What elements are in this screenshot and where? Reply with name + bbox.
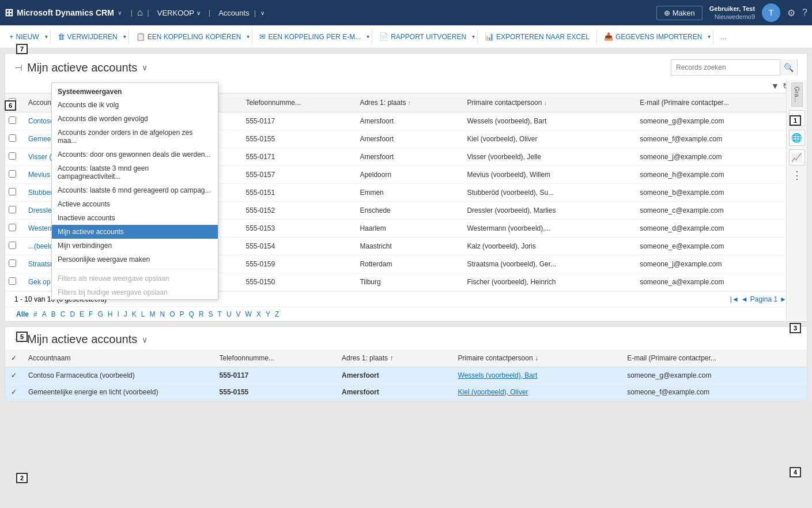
row-checkbox[interactable] <box>9 277 16 285</box>
nav-accounts[interactable]: Accounts | ∨ <box>215 9 268 17</box>
dropdown-item-0[interactable]: Accounts die ik volg <box>52 98 218 112</box>
dropdown-item-4[interactable]: Accounts: laatste 3 mnd geen campagneact… <box>52 161 218 183</box>
trend-icon[interactable]: 📈 <box>789 149 805 165</box>
lower-col-name[interactable]: Accountnaam <box>22 349 214 367</box>
lower-row-name[interactable]: Contoso Farmaceutica (voorbeeld) <box>22 367 214 384</box>
alpha-nav-item-n[interactable]: N <box>158 310 167 319</box>
alpha-nav-item-u[interactable]: U <box>225 310 233 319</box>
lower-col-email[interactable]: E-mail (Primaire contactper... <box>621 349 807 367</box>
dropdown-item-10[interactable]: Persoonlijke weergave maken <box>52 253 218 266</box>
search-button[interactable]: 🔍 <box>780 59 797 76</box>
alpha-nav-item-x[interactable]: X <box>255 310 263 319</box>
lower-row-contact[interactable]: Wessels (voorbeeld), Bart <box>452 367 622 384</box>
alpha-nav-item-s[interactable]: S <box>207 310 215 319</box>
col-header-city[interactable]: Adres 1: plaats ↑ <box>354 93 461 112</box>
row-checkbox[interactable] <box>9 259 16 267</box>
copy-link-dropdown[interactable]: ▾ <box>247 33 250 40</box>
dropdown-item-1[interactable]: Accounts die worden gevolgd <box>52 112 218 126</box>
prev-page-btn[interactable]: ◄ <box>741 295 748 303</box>
col-header-phone[interactable]: Telefoonnumme... <box>240 93 354 112</box>
alpha-nav-item-q[interactable]: Q <box>187 310 196 319</box>
row-checkbox[interactable] <box>9 116 16 124</box>
home-icon[interactable]: ⌂ <box>137 7 143 18</box>
row-checkbox[interactable] <box>9 170 16 178</box>
lower-col-city[interactable]: Adres 1: plaats ↑ <box>336 349 452 367</box>
alpha-nav-item-o[interactable]: O <box>168 310 176 319</box>
dropdown-item-9[interactable]: Mijn verbindingen <box>52 239 218 253</box>
alpha-nav-item-y[interactable]: Y <box>264 310 272 319</box>
row-checkbox[interactable] <box>9 242 16 249</box>
alpha-nav-item-#[interactable]: # <box>32 310 39 319</box>
alpha-nav-item-i[interactable]: I <box>115 310 120 319</box>
lower-col-contact[interactable]: Primaire contactpersoon ↓ <box>452 349 622 367</box>
nav-accounts-chevron[interactable]: ∨ <box>260 10 265 16</box>
delete-dropdown[interactable]: ▾ <box>123 33 126 40</box>
lower-title-chevron[interactable]: ∨ <box>142 335 148 344</box>
row-checkbox[interactable] <box>9 224 16 231</box>
col-header-contact[interactable]: Primaire contactpersoon ↓ <box>461 93 634 112</box>
alpha-nav-item-c[interactable]: C <box>59 310 67 319</box>
alpha-nav-item-z[interactable]: Z <box>273 310 281 319</box>
settings-icon[interactable]: ⚙ <box>787 7 795 18</box>
alpha-nav-item-k[interactable]: K <box>130 310 138 319</box>
import-button[interactable]: 📥 GEGEVENS IMPORTEREN <box>599 30 707 43</box>
globe-icon[interactable]: 🌐 <box>789 130 805 146</box>
row-checkbox[interactable] <box>9 152 16 160</box>
dropdown-item-3[interactable]: Accounts: door ons gewonnen deals die we… <box>52 148 218 161</box>
dropdown-item-8[interactable]: Mijn actieve accounts <box>52 225 218 239</box>
alpha-nav-item-v[interactable]: V <box>235 310 243 319</box>
dropdown-item-2[interactable]: Accounts zonder orders in de afgelopen z… <box>52 126 218 148</box>
make-button[interactable]: ⊕ Maken <box>656 6 703 20</box>
search-input[interactable] <box>671 63 780 72</box>
alpha-nav-item-t[interactable]: T <box>216 310 224 319</box>
row-checkbox[interactable] <box>9 134 16 142</box>
email-link-button[interactable]: ✉ EEN KOPPELING PER E-M... <box>255 30 365 43</box>
report-button[interactable]: 📄 RAPPORT UITVOEREN <box>375 30 471 43</box>
export-button[interactable]: 📊 EXPORTEREN NAAR EXCEL <box>480 30 594 43</box>
more-dots-icon[interactable]: ⋮ <box>792 169 802 182</box>
first-page-btn[interactable]: |◄ <box>730 295 739 303</box>
alpha-nav-item-j[interactable]: J <box>122 310 129 319</box>
new-button[interactable]: + NIEUW <box>5 30 44 43</box>
new-dropdown[interactable]: ▾ <box>45 33 48 40</box>
pin-icon[interactable]: ⊣ <box>14 62 22 73</box>
alpha-nav-item-r[interactable]: R <box>197 310 206 319</box>
filter-icon[interactable]: ▼ <box>771 81 779 91</box>
dropdown-item-12: Filters bij huidige weergave opslaan <box>52 285 218 299</box>
chart-tab[interactable]: Gra... <box>791 82 803 107</box>
view-title-chevron[interactable]: ∨ <box>142 63 148 72</box>
report-dropdown[interactable]: ▾ <box>472 33 475 40</box>
alpha-nav-item-p[interactable]: P <box>178 310 186 319</box>
alpha-nav-item-h[interactable]: H <box>106 310 115 319</box>
email-link-dropdown[interactable]: ▾ <box>367 33 369 40</box>
brand-chevron[interactable]: ∨ <box>118 10 122 16</box>
alpha-nav-item-l[interactable]: L <box>139 310 147 319</box>
alpha-nav-item-g[interactable]: G <box>96 310 104 319</box>
dropdown-item-6[interactable]: Actieve accounts <box>52 197 218 211</box>
alpha-nav-item-a[interactable]: A <box>40 310 48 319</box>
lower-col-phone[interactable]: Telefoonnumme... <box>214 349 337 367</box>
alpha-nav-item-alle[interactable]: Alle <box>14 310 31 319</box>
alpha-nav-item-m[interactable]: M <box>148 310 157 319</box>
row-city: Emmen <box>354 184 461 202</box>
col-header-email[interactable]: E-mail (Primaire contactper... <box>634 93 807 112</box>
alpha-nav-item-f[interactable]: F <box>87 310 95 319</box>
row-checkbox[interactable] <box>9 188 16 195</box>
callout-3: 3 <box>790 323 801 333</box>
dropdown-item-7[interactable]: Inactieve accounts <box>52 211 218 225</box>
dropdown-item-5[interactable]: Accounts: laatste 6 mnd gereageerd op ca… <box>52 183 218 197</box>
lower-row-name[interactable]: Gemeentelijke energie en licht (voorbeel… <box>22 384 214 401</box>
lower-row-contact[interactable]: Kiel (voorbeeld), Oliver <box>452 384 622 401</box>
row-checkbox[interactable] <box>9 206 16 213</box>
alpha-nav-item-d[interactable]: D <box>68 310 77 319</box>
alpha-nav-item-w[interactable]: W <box>244 310 254 319</box>
more-button[interactable]: ... <box>716 31 731 43</box>
alpha-nav-item-e[interactable]: E <box>78 310 86 319</box>
delete-button[interactable]: 🗑 VERWIJDEREN <box>53 30 122 43</box>
sep-5 <box>477 30 478 44</box>
copy-link-button[interactable]: 📋 EEN KOPPELING KOPIËREN <box>131 30 246 43</box>
import-dropdown[interactable]: ▾ <box>708 33 711 40</box>
help-icon[interactable]: ? <box>802 7 807 18</box>
nav-sales[interactable]: VERKOOP ∨ <box>154 9 204 17</box>
alpha-nav-item-b[interactable]: B <box>50 310 58 319</box>
